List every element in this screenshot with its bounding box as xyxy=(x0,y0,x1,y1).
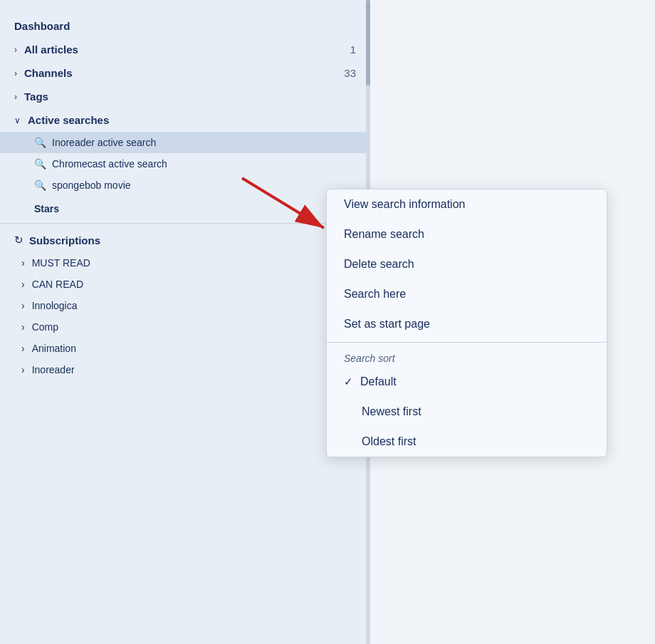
sidebar-label-all-articles: All articles xyxy=(24,43,350,56)
refresh-icon: ↻ xyxy=(14,234,23,246)
scrollbar-thumb[interactable] xyxy=(366,0,370,85)
search-sort-label: Search sort xyxy=(327,346,607,367)
chevron-icon: › xyxy=(21,364,25,375)
sidebar-subitem-chromecast-search[interactable]: 🔍 Chromecast active search xyxy=(0,153,370,175)
sidebar-label-channels: Channels xyxy=(24,67,344,79)
chevron-icon: › xyxy=(14,45,17,55)
menu-item-sort-oldest[interactable]: Oldest first xyxy=(327,427,607,457)
sidebar-item-active-searches[interactable]: ∨ Active searches xyxy=(0,108,370,132)
subscription-label-comp: Comp xyxy=(32,321,58,333)
chevron-icon: › xyxy=(21,279,25,290)
menu-item-delete-search[interactable]: Delete search xyxy=(327,249,607,279)
subitem-label-chromecast: Chromecast active search xyxy=(52,158,167,170)
search-icon: 🔍 xyxy=(34,158,46,170)
menu-label-sort-oldest: Oldest first xyxy=(362,435,416,448)
menu-label-view-search-info: View search information xyxy=(344,198,465,210)
chevron-down-icon: ∨ xyxy=(14,115,21,125)
sidebar: Dashboard › All articles 1 › Channels 33… xyxy=(0,0,370,644)
subitem-label-inoreader: Inoreader active search xyxy=(52,137,156,148)
menu-label-rename-search: Rename search xyxy=(344,228,424,240)
sidebar-item-dashboard[interactable]: Dashboard xyxy=(0,14,370,38)
all-articles-count: 1 xyxy=(350,43,356,56)
search-icon: 🔍 xyxy=(34,180,46,191)
menu-label-set-start-page: Set as start page xyxy=(344,318,430,330)
menu-item-sort-default[interactable]: ✓ Default xyxy=(327,367,607,397)
sidebar-item-comp[interactable]: › Comp xyxy=(0,316,370,338)
menu-label-sort-newest: Newest first xyxy=(362,405,421,418)
checkmark-icon: ✓ xyxy=(344,375,353,388)
chevron-icon: › xyxy=(21,321,25,333)
subscription-label-can-read: CAN READ xyxy=(32,279,83,290)
menu-item-view-search-info[interactable]: View search information xyxy=(327,189,607,219)
sidebar-label-subscriptions: Subscriptions xyxy=(29,234,356,246)
sidebar-item-animation[interactable]: › Animation xyxy=(0,338,370,359)
subscription-label-animation: Animation xyxy=(32,343,76,354)
chevron-icon: › xyxy=(14,68,17,78)
menu-label-delete-search: Delete search xyxy=(344,258,414,270)
stars-section: Stars xyxy=(0,196,370,219)
sidebar-subitem-inoreader-search[interactable]: 🔍 Inoreader active search xyxy=(0,132,370,153)
sidebar-label-active-searches: Active searches xyxy=(28,114,356,126)
sidebar-label-dashboard: Dashboard xyxy=(14,20,356,32)
sidebar-item-channels[interactable]: › Channels 33 xyxy=(0,61,370,85)
sidebar-item-inoreader[interactable]: › Inoreader xyxy=(0,359,370,380)
sidebar-item-can-read[interactable]: › CAN READ xyxy=(0,274,370,295)
channels-count: 33 xyxy=(344,67,356,79)
sidebar-item-must-read[interactable]: › MUST READ xyxy=(0,252,370,274)
sidebar-item-all-articles[interactable]: › All articles 1 xyxy=(0,38,370,61)
chevron-icon: › xyxy=(21,300,25,311)
menu-label-search-here: Search here xyxy=(344,288,406,300)
subscription-label-innologica: Innologica xyxy=(32,300,78,311)
search-icon: 🔍 xyxy=(34,137,46,148)
subscription-label-must-read: MUST READ xyxy=(32,257,90,269)
chevron-icon: › xyxy=(14,92,17,102)
chevron-icon: › xyxy=(21,257,25,269)
sidebar-item-innologica[interactable]: › Innologica xyxy=(0,295,370,316)
menu-divider xyxy=(327,342,607,343)
subscription-label-inoreader: Inoreader xyxy=(32,364,75,375)
subitem-label-spongebob: spongebob movie xyxy=(52,180,131,191)
menu-item-rename-search[interactable]: Rename search xyxy=(327,219,607,249)
divider xyxy=(0,223,370,224)
menu-item-sort-newest[interactable]: Newest first xyxy=(327,397,607,427)
menu-item-search-here[interactable]: Search here xyxy=(327,279,607,309)
sidebar-item-tags[interactable]: › Tags xyxy=(0,85,370,108)
context-menu: View search information Rename search De… xyxy=(326,189,607,457)
chevron-icon: › xyxy=(21,343,25,354)
menu-item-set-start-page[interactable]: Set as start page xyxy=(327,309,607,339)
menu-label-sort-default: Default xyxy=(360,375,397,388)
sidebar-label-tags: Tags xyxy=(24,90,356,103)
sidebar-item-subscriptions[interactable]: ↻ Subscriptions xyxy=(0,228,370,252)
sidebar-subitem-spongebob-search[interactable]: 🔍 spongebob movie xyxy=(0,175,370,196)
